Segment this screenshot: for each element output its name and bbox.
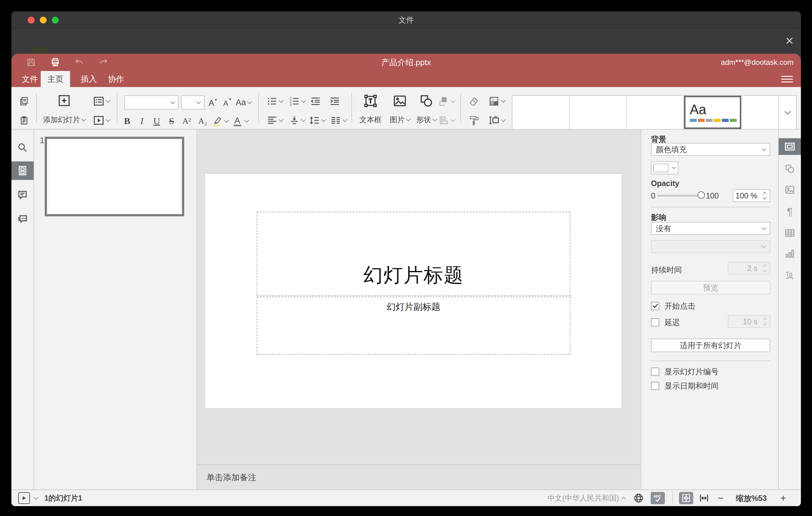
slide-canvas[interactable]: 幻灯片标题 幻灯片副标题 <box>197 130 641 464</box>
slide[interactable]: 幻灯片标题 幻灯片副标题 <box>205 173 622 409</box>
slideshow-icon <box>93 114 105 126</box>
copy-style-button[interactable] <box>466 114 483 127</box>
text-box-button[interactable]: 文本框 <box>356 92 385 126</box>
paragraph-settings-tab[interactable]: ¶ <box>779 203 801 220</box>
theme-thumbnail[interactable] <box>741 96 778 129</box>
set-language-button[interactable] <box>633 493 644 503</box>
paste-button[interactable] <box>17 114 31 127</box>
print-button[interactable] <box>49 56 61 68</box>
image-settings-tab[interactable] <box>779 181 801 198</box>
slide-thumbnail-selected[interactable] <box>45 137 184 216</box>
superscript-button[interactable]: A² <box>179 114 194 128</box>
notes-placeholder: 单击添加备注 <box>206 472 256 483</box>
fit-to-slide-button[interactable] <box>679 492 693 504</box>
increase-indent-button[interactable] <box>327 95 343 107</box>
start-slideshow-button[interactable] <box>89 114 113 127</box>
font-name-select[interactable] <box>124 95 179 110</box>
start-preview-button[interactable] <box>18 492 30 504</box>
redo-button[interactable] <box>97 56 110 68</box>
title-placeholder[interactable]: 幻灯片标题 <box>257 212 571 296</box>
slide-subtitle-text: 幻灯片副标题 <box>387 297 440 313</box>
spinner-arrows[interactable] <box>760 192 770 199</box>
align-objects-button[interactable] <box>435 114 458 127</box>
arrange-button[interactable] <box>435 94 458 108</box>
copy-button[interactable] <box>17 95 31 107</box>
table-settings-tab[interactable] <box>779 225 801 241</box>
horizontal-align-button[interactable] <box>264 114 285 127</box>
tab-home[interactable]: 主页 <box>41 71 70 87</box>
theme-thumbnail[interactable] <box>570 96 627 129</box>
numbered-list-button[interactable]: 1 2 3 <box>287 95 307 107</box>
start-on-click-checkbox[interactable] <box>651 302 659 310</box>
chevron-down-icon[interactable] <box>34 495 38 500</box>
start-on-click-checkbox-row[interactable]: 开始点击 <box>651 301 695 311</box>
close-window-light[interactable] <box>28 17 34 24</box>
spellcheck-button[interactable]: ABC <box>651 492 665 504</box>
zoom-in-button[interactable]: + <box>780 493 786 503</box>
italic-button[interactable]: I <box>136 114 148 128</box>
text-art-settings-tab[interactable]: Ta <box>779 267 801 283</box>
increase-font-button[interactable]: A <box>206 95 219 110</box>
apply-to-all-slides-button[interactable]: 适用于所有幻灯片 <box>651 339 770 352</box>
eraser-button[interactable] <box>466 94 483 108</box>
font-size-select[interactable] <box>181 95 205 110</box>
subtitle-placeholder[interactable]: 幻灯片副标题 <box>257 296 571 354</box>
underline-button[interactable]: U <box>150 114 163 128</box>
undo-button[interactable] <box>73 56 85 68</box>
fill-type-select[interactable]: 颜色填充 <box>651 143 770 156</box>
strikethrough-button[interactable]: S <box>165 114 178 128</box>
fill-color-select[interactable] <box>651 162 678 174</box>
close-editor-button[interactable] <box>783 34 796 48</box>
chat-button[interactable] <box>11 209 34 228</box>
vertical-align-button[interactable] <box>287 114 307 127</box>
show-date-time-row[interactable]: 显示日期和时间 <box>651 381 719 391</box>
bold-button[interactable]: B <box>121 114 134 128</box>
tab-file[interactable]: 文件 <box>19 71 41 87</box>
show-slide-number-row[interactable]: 显示幻灯片编号 <box>651 367 719 377</box>
slides-panel-button[interactable] <box>11 162 34 180</box>
highlight-color-button[interactable] <box>211 114 229 128</box>
opacity-spinner[interactable]: 100 % <box>733 189 770 202</box>
opacity-slider[interactable] <box>657 195 701 197</box>
save-button[interactable] <box>25 56 37 68</box>
decrease-font-button[interactable]: A <box>221 95 233 110</box>
titlebar: 文件 <box>11 11 801 28</box>
zoom-window-light[interactable] <box>52 17 59 24</box>
language-select[interactable]: 中文(中华人民共和国) <box>548 493 625 503</box>
delay-checkbox-row[interactable]: 延迟 <box>651 317 680 327</box>
notes-area[interactable]: 单击添加备注 <box>197 464 641 489</box>
line-spacing-button[interactable] <box>308 114 327 127</box>
effect-value: 没有 <box>656 224 671 234</box>
fit-to-width-button[interactable] <box>699 493 709 503</box>
effect-select[interactable]: 没有 <box>651 222 770 235</box>
shape-settings-tab[interactable] <box>779 161 801 177</box>
show-slide-number-checkbox[interactable] <box>651 368 659 376</box>
show-date-time-checkbox[interactable] <box>651 382 659 390</box>
delay-checkbox[interactable] <box>651 318 659 326</box>
font-color-button[interactable]: A <box>231 114 249 128</box>
tab-collaboration[interactable]: 协作 <box>105 71 127 87</box>
theme-thumbnail[interactable] <box>513 96 570 129</box>
bullet-list-button[interactable] <box>264 95 285 107</box>
theme-thumbnail[interactable] <box>627 96 684 129</box>
change-case-button[interactable]: Aa <box>234 95 253 110</box>
theme-gallery-expand-button[interactable] <box>778 96 796 129</box>
add-slide-button[interactable]: 添加幻灯片 <box>42 92 86 126</box>
opacity-slider-thumb[interactable] <box>698 191 705 199</box>
zoom-out-button[interactable]: − <box>718 493 724 503</box>
columns-button[interactable] <box>328 114 348 127</box>
color-scheme-button[interactable] <box>485 94 508 108</box>
minimize-window-light[interactable] <box>40 17 47 24</box>
theme-thumbnail-selected[interactable]: Aa <box>684 96 741 129</box>
slide-size-button[interactable] <box>485 114 508 127</box>
insert-image-button[interactable]: 图片 <box>385 92 414 126</box>
slide-settings-tab[interactable] <box>779 138 801 155</box>
menu-button[interactable] <box>781 74 793 84</box>
slide-layout-button[interactable] <box>89 94 113 108</box>
chart-settings-tab[interactable] <box>779 246 801 262</box>
subscript-button[interactable]: A₂ <box>195 114 210 128</box>
decrease-indent-button[interactable] <box>308 95 324 107</box>
search-button[interactable] <box>11 138 34 157</box>
tab-insert[interactable]: 插入 <box>78 71 100 87</box>
comments-button[interactable] <box>11 186 34 204</box>
